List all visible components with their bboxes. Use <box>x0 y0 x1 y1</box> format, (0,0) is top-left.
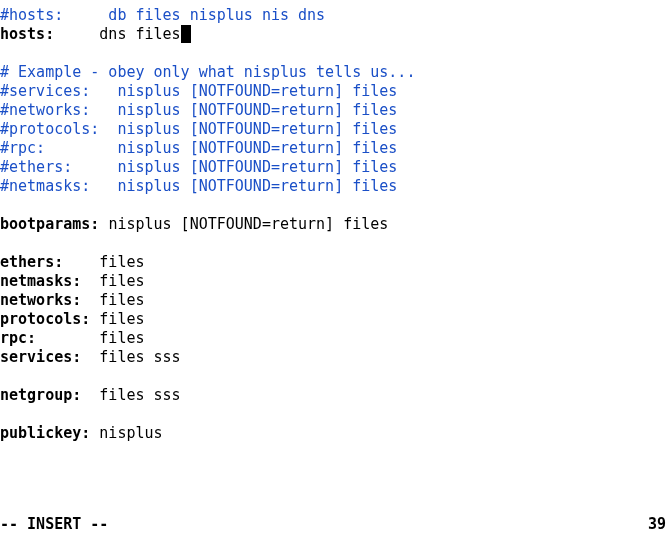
entry-value: nisplus <box>99 424 162 442</box>
vim-status-bar: -- INSERT -- 39 <box>0 515 670 534</box>
entry-key: networks: <box>0 291 99 309</box>
editor-line-2[interactable] <box>0 44 670 63</box>
entry-value: files sss <box>99 386 180 404</box>
entry-key: bootparams: <box>0 215 108 233</box>
entry-value: files <box>99 310 144 328</box>
editor-line-0[interactable]: #hosts: db files nisplus nis dns <box>0 6 670 25</box>
editor-line-14[interactable]: netmasks: files <box>0 272 670 291</box>
editor-line-22[interactable]: publickey: nisplus <box>0 424 670 443</box>
editor-line-9[interactable]: #netmasks: nisplus [NOTFOUND=return] fil… <box>0 177 670 196</box>
entry-key: netgroup: <box>0 386 99 404</box>
editor-line-7[interactable]: #rpc: nisplus [NOTFOUND=return] files <box>0 139 670 158</box>
entry-key: netmasks: <box>0 272 99 290</box>
comment-text: #protocols: nisplus [NOTFOUND=return] fi… <box>0 120 397 138</box>
entry-value: dns files <box>99 25 180 43</box>
entry-value: nisplus [NOTFOUND=return] files <box>108 215 388 233</box>
comment-text: #ethers: nisplus [NOTFOUND=return] files <box>0 158 397 176</box>
entry-value: files <box>99 253 144 271</box>
editor-line-15[interactable]: networks: files <box>0 291 670 310</box>
comment-text: #rpc: nisplus [NOTFOUND=return] files <box>0 139 397 157</box>
comment-text: # Example - obey only what nisplus tells… <box>0 63 415 81</box>
vim-cursor-position: 39 <box>648 515 670 534</box>
entry-value: files <box>99 329 144 347</box>
entry-key: publickey: <box>0 424 99 442</box>
editor-line-21[interactable] <box>0 405 670 424</box>
editor-line-13[interactable]: ethers: files <box>0 253 670 272</box>
comment-text: #networks: nisplus [NOTFOUND=return] fil… <box>0 101 397 119</box>
editor-line-1[interactable]: hosts: dns files <box>0 25 670 44</box>
editor-line-3[interactable]: # Example - obey only what nisplus tells… <box>0 63 670 82</box>
editor-line-8[interactable]: #ethers: nisplus [NOTFOUND=return] files <box>0 158 670 177</box>
comment-text: #services: nisplus [NOTFOUND=return] fil… <box>0 82 397 100</box>
entry-key: hosts: <box>0 25 99 43</box>
entry-key: ethers: <box>0 253 99 271</box>
editor-line-11[interactable]: bootparams: nisplus [NOTFOUND=return] fi… <box>0 215 670 234</box>
entry-key: protocols: <box>0 310 99 328</box>
editor-line-16[interactable]: protocols: files <box>0 310 670 329</box>
editor-line-19[interactable] <box>0 367 670 386</box>
entry-value: files <box>99 291 144 309</box>
comment-text: #hosts: db files nisplus nis dns <box>0 6 325 24</box>
editor-line-23[interactable] <box>0 443 670 462</box>
text-cursor <box>181 25 191 43</box>
editor-line-6[interactable]: #protocols: nisplus [NOTFOUND=return] fi… <box>0 120 670 139</box>
editor-line-5[interactable]: #networks: nisplus [NOTFOUND=return] fil… <box>0 101 670 120</box>
entry-key: rpc: <box>0 329 99 347</box>
editor-line-12[interactable] <box>0 234 670 253</box>
entry-value: files <box>99 272 144 290</box>
vim-editor[interactable]: #hosts: db files nisplus nis dnshosts: d… <box>0 0 670 462</box>
comment-text: #netmasks: nisplus [NOTFOUND=return] fil… <box>0 177 397 195</box>
editor-line-10[interactable] <box>0 196 670 215</box>
editor-line-4[interactable]: #services: nisplus [NOTFOUND=return] fil… <box>0 82 670 101</box>
editor-line-17[interactable]: rpc: files <box>0 329 670 348</box>
editor-line-18[interactable]: services: files sss <box>0 348 670 367</box>
vim-mode: -- INSERT -- <box>0 515 108 534</box>
entry-value: files sss <box>99 348 180 366</box>
editor-line-20[interactable]: netgroup: files sss <box>0 386 670 405</box>
entry-key: services: <box>0 348 99 366</box>
